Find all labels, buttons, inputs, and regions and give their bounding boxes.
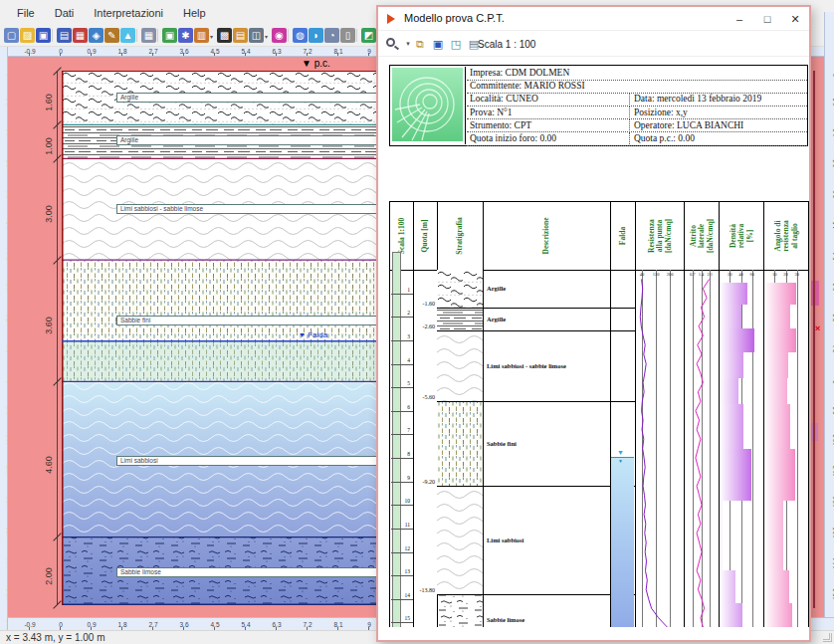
ruler-label: 3.6: [175, 621, 193, 628]
densita-relativa-bar: [720, 328, 754, 352]
layer-label: Argille: [116, 135, 376, 145]
open-folder-icon[interactable]: ▨: [20, 28, 35, 43]
save-icon[interactable]: ▣: [36, 28, 51, 43]
layer-boundary: [437, 401, 635, 402]
menu-item-interpretazioni[interactable]: Interpretazioni: [85, 3, 172, 23]
histogram-icon[interactable]: ▤: [233, 28, 248, 43]
depth-tick-number: 1: [391, 287, 410, 293]
ruler-vertical-right: 0-0.9-1.8-2.7-3.6-4.5-5.4-6.3-7.2-8.1-9-…: [824, 12, 834, 630]
graph-gridline: [752, 270, 753, 627]
dimension-label: 3.60: [44, 318, 54, 335]
import-icon[interactable]: ◈: [89, 28, 104, 43]
descrizione-label: Sabbie limose: [487, 616, 608, 623]
angolo-resistenza-bar: [764, 283, 796, 305]
maximize-button[interactable]: □: [753, 7, 781, 31]
depth-tick-number: 13: [391, 568, 410, 574]
field-quota_pc: Quota p.c.: 0.00: [629, 132, 806, 146]
ruler-tick: [245, 53, 246, 56]
window-layout-icon[interactable]: ◫: [249, 28, 264, 43]
depth-tick-line: [391, 482, 413, 483]
dialog-title-bar[interactable]: Modello prova C.P.T. – □ ✕: [378, 7, 809, 31]
cone-penetrometer-icon[interactable]: ▲: [120, 28, 135, 43]
settings-gear-icon[interactable]: ✱: [178, 28, 193, 43]
bar-chart-dropdown-icon[interactable]: ▾: [210, 33, 213, 40]
column-header-8: Densità relativa [%]: [719, 202, 763, 270]
depth-tick-line: [391, 622, 413, 623]
layer-boundary: [437, 308, 635, 309]
ruler-tick: [214, 53, 215, 56]
bar-chart-icon[interactable]: ▥: [194, 28, 209, 43]
window-layout-dropdown-icon[interactable]: ▾: [265, 33, 268, 40]
falda-label: Falda: [308, 330, 327, 339]
close-button[interactable]: ✕: [781, 7, 809, 31]
minimize-button[interactable]: –: [726, 7, 753, 31]
picture-icon[interactable]: ▣: [162, 28, 177, 43]
edit-icon[interactable]: ✎: [104, 28, 119, 43]
falda-symbol-icon: ▼: [618, 459, 623, 464]
print-preview-icon[interactable]: ◔: [324, 28, 339, 43]
depth-tick-number: 15: [391, 615, 410, 621]
column-header-label: Falda: [618, 227, 626, 245]
quick-view-icon[interactable]: ◗: [309, 28, 323, 43]
falda-triangle-icon: ▼: [299, 331, 306, 338]
ruler-label: 0: [52, 48, 70, 55]
image-export-icon[interactable]: ▦: [73, 28, 88, 43]
column-header-3: Stratigrafia: [437, 202, 483, 270]
ruler-tick: [276, 53, 277, 56]
column-header-label: Quota [m]: [421, 219, 429, 252]
matrix-icon[interactable]: ▩: [217, 28, 232, 43]
quota-label: -5.60: [414, 394, 435, 400]
densita-relativa-bar: [720, 570, 735, 603]
ruler-label: 2.7: [144, 48, 162, 55]
layer-label: Limi sabbiosi: [116, 456, 376, 466]
angolo-resistenza-bar: [764, 404, 790, 449]
depth-tick-number: 2: [391, 310, 410, 316]
selection-handle[interactable]: ×: [815, 323, 820, 333]
densita-relativa-bar: [720, 378, 738, 404]
html-export-icon[interactable]: ◍: [293, 28, 308, 43]
depth-tick-line: [391, 529, 413, 530]
ruler-tick: [60, 53, 61, 56]
menu-item-help[interactable]: Help: [174, 3, 215, 23]
angolo-resistenza-bar: [764, 328, 796, 352]
ruler-tick: [337, 53, 338, 56]
export-icon[interactable]: ◳: [448, 36, 464, 52]
ruler-tick: [91, 53, 92, 56]
dialog-app-icon: [387, 14, 395, 24]
report-main-table: Scala 1:100Quota [m]StratigrafiaDescrizi…: [389, 201, 809, 627]
menu-item-file[interactable]: File: [8, 3, 44, 23]
ruler-vertical-left: 0-0.9-1.8-2.7-3.6-4.5-5.4-6.3-7.2-8.1-9-…: [0, 47, 8, 630]
header-row: Prova: N°1Posizione: x,y: [467, 107, 807, 120]
chart-tool-icon[interactable]: ◩: [361, 28, 376, 43]
ruler-label: -0.9: [21, 48, 39, 55]
ruler-label: 4.5: [206, 621, 224, 628]
depth-tick-number: 5: [391, 380, 410, 386]
depth-tick-number: 6: [391, 404, 410, 410]
field-data: Data: mercoledì 13 febbraio 2019: [629, 93, 806, 107]
delete-icon[interactable]: ▯: [340, 28, 355, 43]
ruler-label: 5.4: [237, 621, 255, 628]
field-posizione: Posizione: x,y: [629, 107, 806, 120]
descrizione-label: Argille: [487, 316, 608, 322]
report-header-table: Impresa: CDM DOLMENCommittente: MARIO RO…: [389, 65, 808, 146]
header-row: Impresa: CDM DOLMEN: [467, 67, 807, 81]
new-document-icon[interactable]: ▢: [4, 28, 19, 43]
resize-grip[interactable]: [823, 633, 832, 642]
data-grid-icon[interactable]: ▦: [141, 28, 156, 43]
zoom-icon[interactable]: [386, 38, 395, 47]
depth-tick-number: 11: [391, 522, 410, 528]
header-row: Strumento: CPTOperatore: LUCA BIANCHI: [467, 119, 807, 133]
menu-item-dati[interactable]: Dati: [46, 3, 84, 23]
dialog-title: Modello prova C.P.T.: [404, 12, 505, 24]
copy-icon[interactable]: ⧉: [412, 36, 428, 52]
depth-tick-number: 3: [391, 333, 410, 339]
report-export-icon[interactable]: ▤: [57, 28, 72, 43]
line-chart-icon[interactable]: ◉: [272, 28, 287, 43]
depth-tick-line: [391, 294, 413, 295]
depth-tick-number: 4: [391, 357, 410, 363]
angolo-resistenza-bar: [764, 378, 787, 404]
save-icon[interactable]: ▣: [430, 36, 446, 52]
angolo-resistenza-bar: [764, 449, 795, 501]
toolbar-separator: [356, 29, 357, 42]
column-header-label: Angolo di resistenza al taglio: [773, 220, 798, 252]
